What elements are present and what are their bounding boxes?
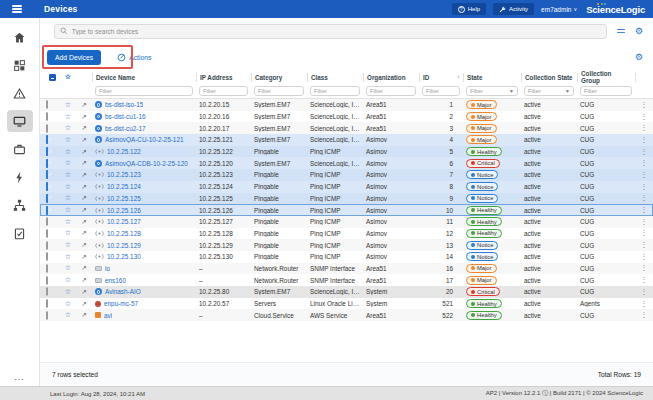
device-name-link[interactable]: 10.2.25.126 — [92, 207, 196, 214]
filter-input[interactable] — [258, 88, 300, 94]
row-actions-kebab-icon[interactable]: ⋮ — [635, 159, 653, 167]
device-name-link[interactable]: Avinash-AIO — [92, 288, 196, 295]
table-row[interactable]: ☆ ↗ 10.2.25.123 10.2.25.123 Pingable Pin… — [40, 169, 653, 181]
row-checkbox[interactable] — [46, 147, 48, 156]
table-row[interactable]: ☆ ↗ 10.2.25.130 10.2.25.130 Pingable Pin… — [40, 251, 653, 263]
table-row[interactable]: ☆ ↗ Avinash-AIO 10.2.25.80 System.EM7 Sc… — [40, 286, 653, 298]
row-checkbox[interactable] — [46, 159, 48, 168]
row-actions-kebab-icon[interactable]: ⋮ — [635, 136, 653, 144]
filter-input[interactable] — [203, 88, 244, 94]
open-device-icon[interactable]: ↗ — [76, 264, 92, 272]
open-device-icon[interactable]: ↗ — [76, 300, 92, 308]
row-actions-kebab-icon[interactable]: ⋮ — [635, 124, 653, 132]
table-row[interactable]: ☆ ↗ 10.2.25.127 10.2.25.127 Pingable Pin… — [40, 216, 653, 228]
favorite-star-icon[interactable]: ☆ — [60, 148, 76, 156]
column-header-device-name[interactable]: Device Name — [92, 73, 196, 82]
device-search[interactable] — [54, 24, 607, 39]
help-button[interactable]: ? Help — [452, 3, 486, 15]
table-row[interactable]: ☆ ↗ ens160 – Network.Router SNMP Interfa… — [40, 274, 653, 286]
filter-input[interactable] — [99, 88, 189, 94]
open-device-icon[interactable]: ↗ — [76, 159, 92, 167]
open-device-icon[interactable]: ↗ — [76, 218, 92, 226]
open-device-icon[interactable]: ↗ — [76, 194, 92, 202]
open-device-icon[interactable]: ↗ — [76, 148, 92, 156]
row-actions-kebab-icon[interactable]: ⋮ — [635, 113, 653, 121]
user-menu[interactable]: em7admin ∨ — [541, 6, 577, 13]
sort-ascending-icon[interactable]: ↑ — [457, 74, 460, 80]
column-header-state[interactable]: State — [463, 73, 521, 82]
row-actions-kebab-icon[interactable]: ⋮ — [635, 276, 653, 284]
favorite-star-icon[interactable]: ☆ — [60, 194, 76, 202]
row-checkbox[interactable] — [46, 311, 48, 320]
row-checkbox[interactable] — [46, 252, 48, 261]
device-name-link[interactable]: 10.2.25.129 — [92, 242, 196, 249]
open-device-icon[interactable]: ↗ — [76, 229, 92, 237]
row-actions-kebab-icon[interactable]: ⋮ — [635, 300, 653, 308]
open-device-icon[interactable]: ↗ — [76, 276, 92, 284]
filter-id[interactable] — [422, 86, 460, 96]
favorite-star-icon[interactable]: ☆ — [60, 171, 76, 179]
device-name-link[interactable]: 10.2.25.127 — [92, 218, 196, 225]
column-header-organization[interactable]: Organization — [363, 73, 419, 82]
row-checkbox[interactable] — [46, 217, 48, 226]
filter-input[interactable] — [370, 88, 412, 94]
row-checkbox[interactable] — [46, 206, 48, 215]
favorite-star-icon[interactable]: ☆ — [60, 159, 76, 167]
device-name-link[interactable]: avi — [92, 312, 196, 319]
sidebar-item-business-services[interactable] — [7, 138, 33, 160]
device-name-link[interactable]: AsimovQA-CU-10-2-25-121 — [92, 136, 196, 143]
filter-ip-address[interactable] — [199, 86, 248, 96]
filter-category[interactable] — [254, 86, 304, 96]
open-device-icon[interactable]: ↗ — [76, 253, 92, 261]
row-checkbox[interactable] — [46, 182, 48, 191]
table-settings-gear-icon[interactable]: ⚙ — [635, 53, 643, 62]
row-checkbox[interactable] — [46, 135, 48, 144]
row-actions-kebab-icon[interactable]: ⋮ — [635, 264, 653, 272]
filter-collection-state[interactable]: ▼ — [524, 86, 574, 96]
device-name-link[interactable]: 10.2.25.122 — [92, 148, 196, 155]
hamburger-menu-icon[interactable] — [12, 5, 22, 12]
filter-input[interactable] — [528, 88, 565, 94]
filter-dropdown-caret-icon[interactable]: ▼ — [565, 88, 570, 94]
row-actions-kebab-icon[interactable]: ⋮ — [635, 171, 653, 179]
open-device-icon[interactable]: ↗ — [76, 113, 92, 121]
row-actions-kebab-icon[interactable]: ⋮ — [635, 101, 653, 109]
table-row[interactable]: ☆ ↗ avi – Cloud.Service AWS Service Area… — [40, 309, 653, 321]
table-row[interactable]: ☆ ↗ bs-dist-iso-15 10.2.20.15 System.EM7… — [40, 99, 653, 111]
table-row[interactable]: ☆ ↗ 10.2.25.122 10.2.25.122 Pingable Pin… — [40, 146, 653, 158]
filter-dropdown-caret-icon[interactable]: ▼ — [509, 88, 514, 94]
filter-input[interactable] — [584, 88, 628, 94]
table-row[interactable]: ☆ ↗ enpu-mc-57 10.2.20.57 Servers Linux … — [40, 298, 653, 310]
device-name-link[interactable]: 10.2.25.125 — [92, 195, 196, 202]
favorite-star-icon[interactable]: ☆ — [60, 218, 76, 226]
row-actions-kebab-icon[interactable]: ⋮ — [635, 288, 653, 296]
open-device-icon[interactable]: ↗ — [76, 101, 92, 109]
filter-input[interactable] — [470, 88, 509, 94]
open-device-icon[interactable]: ↗ — [76, 288, 92, 296]
open-device-icon[interactable]: ↗ — [76, 206, 92, 214]
sidebar-item-automation[interactable] — [7, 166, 33, 188]
sidebar-item-dashboards[interactable] — [7, 54, 33, 76]
row-actions-kebab-icon[interactable]: ⋮ — [635, 194, 653, 202]
table-row[interactable]: ☆ ↗ 10.2.25.129 10.2.25.129 Pingable Pin… — [40, 239, 653, 251]
filter-state[interactable]: ▼ — [466, 86, 518, 96]
filter-input[interactable] — [314, 88, 356, 94]
row-actions-kebab-icon[interactable]: ⋮ — [635, 311, 653, 319]
favorite-star-icon[interactable]: ☆ — [60, 206, 76, 214]
sidebar-item-devices[interactable] — [7, 110, 33, 132]
table-row[interactable]: ☆ ↗ lo – Network.Router SNMP Interface A… — [40, 263, 653, 275]
column-header-collection-group[interactable]: Collection Group — [577, 73, 635, 82]
column-header-id[interactable]: ID↑ — [419, 73, 463, 82]
device-name-link[interactable]: 10.2.25.124 — [92, 183, 196, 190]
device-name-link[interactable]: ens160 — [92, 277, 196, 284]
add-devices-button[interactable]: Add Devices — [47, 50, 101, 65]
table-row[interactable]: ☆ ↗ 10.2.25.125 10.2.25.125 Pingable Pin… — [40, 193, 653, 205]
filter-device-name[interactable] — [95, 86, 193, 96]
favorite-star-icon[interactable]: ☆ — [60, 241, 76, 249]
select-all-checkbox[interactable] — [49, 74, 56, 81]
device-name-link[interactable]: lo — [92, 265, 196, 272]
device-name-link[interactable]: bs-dist-cu1-16 — [92, 113, 196, 120]
sidebar-item-inventory[interactable] — [7, 222, 33, 244]
open-device-icon[interactable]: ↗ — [76, 124, 92, 132]
table-row[interactable]: ☆ ↗ 10.2.25.124 10.2.25.124 Pingable Pin… — [40, 181, 653, 193]
